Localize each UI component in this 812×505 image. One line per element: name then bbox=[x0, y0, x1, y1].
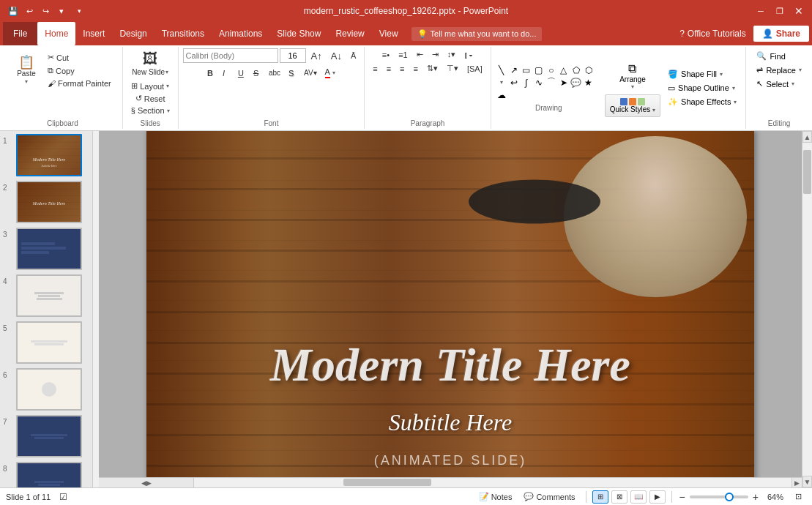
curve-shape[interactable]: ∫ bbox=[521, 77, 532, 89]
slide-thumb-2[interactable]: 2 Modern Title Here bbox=[3, 181, 89, 223]
slide-preview-6[interactable] bbox=[16, 368, 82, 411]
rect-shape[interactable]: ▭ bbox=[521, 64, 532, 76]
column-button[interactable]: ⫿▾ bbox=[461, 49, 477, 61]
slide-thumb-6[interactable]: 6 bbox=[3, 368, 89, 411]
clear-formatting-button[interactable]: Ā bbox=[347, 50, 360, 61]
format-painter-button[interactable]: 🖌 Format Painter bbox=[44, 78, 115, 89]
slide-preview-5[interactable] bbox=[16, 321, 82, 364]
align-center-button[interactable]: ≡ bbox=[383, 63, 395, 75]
zoom-in-button[interactable]: + bbox=[751, 491, 760, 503]
text-align-button[interactable]: ⊤▾ bbox=[443, 62, 462, 75]
share-button[interactable]: 👤 Share bbox=[753, 26, 809, 42]
accessibility-button[interactable]: ☑ bbox=[56, 490, 70, 504]
reset-button[interactable]: ↺ Reset bbox=[132, 92, 169, 105]
strikethrough-button[interactable]: S bbox=[250, 67, 264, 79]
font-color-button[interactable]: A ▾ bbox=[321, 66, 339, 80]
slide-preview-7[interactable] bbox=[16, 415, 82, 457]
cut-button[interactable]: ✂ Cut bbox=[44, 51, 115, 64]
restore-button[interactable]: ❐ bbox=[772, 4, 787, 18]
font-name-input[interactable] bbox=[183, 48, 278, 63]
slide-preview-2[interactable]: Modern Title Here bbox=[16, 181, 82, 223]
tell-me-box[interactable]: 💡 Tell me what you want to do... bbox=[411, 27, 543, 41]
bullet-list-button[interactable]: ≡• bbox=[379, 49, 393, 61]
menu-transitions[interactable]: Transitions bbox=[154, 22, 212, 45]
menu-review[interactable]: Review bbox=[328, 22, 371, 45]
shadow-button[interactable]: S bbox=[285, 67, 299, 79]
hexagon-shape[interactable]: ⬡ bbox=[583, 64, 595, 76]
slide-canvas[interactable]: Modern Title Here Subtitle Here (ANIMATE… bbox=[146, 131, 754, 477]
justify-button[interactable]: ≡ bbox=[410, 63, 422, 75]
fit-slide-button[interactable]: ⊡ bbox=[791, 490, 806, 503]
increase-indent-button[interactable]: ⇥ bbox=[428, 48, 442, 61]
align-left-button[interactable]: ≡ bbox=[369, 63, 381, 75]
numbered-list-button[interactable]: ≡1 bbox=[395, 49, 411, 61]
text-direction-button[interactable]: ⇅▾ bbox=[423, 62, 442, 75]
cloud-shape[interactable]: ☁ bbox=[496, 89, 507, 101]
zoom-slider[interactable] bbox=[690, 495, 748, 498]
shape-outline-button[interactable]: ▭ Shape Outline ▾ bbox=[663, 82, 741, 94]
callout-shape[interactable]: 💬 bbox=[570, 77, 582, 89]
slide-thumb-1[interactable]: 1 Modern Title Here Subtitle Here bbox=[3, 134, 89, 176]
italic-button[interactable]: I bbox=[219, 67, 234, 79]
notes-button[interactable]: 📝 Notes bbox=[474, 490, 517, 503]
font-size-input[interactable] bbox=[280, 48, 306, 63]
slide-panel-scroll-left[interactable]: ◀ ▶ bbox=[99, 478, 194, 487]
zoom-thumb[interactable] bbox=[725, 493, 734, 501]
arrange-button[interactable]: ⧉ Arrange ▾ bbox=[605, 59, 660, 93]
replace-button[interactable]: ⇌ Replace ▾ bbox=[752, 64, 805, 76]
h-scroll-right-button[interactable]: ▶ bbox=[791, 478, 802, 487]
v-scroll-track[interactable] bbox=[802, 143, 812, 476]
slide-preview-4[interactable] bbox=[16, 274, 82, 317]
zoom-level-button[interactable]: 64% bbox=[763, 491, 788, 503]
menu-insert[interactable]: Insert bbox=[75, 22, 112, 45]
slide-thumb-7[interactable]: 7 bbox=[3, 415, 89, 457]
slide-sorter-button[interactable]: ⊠ bbox=[611, 490, 627, 504]
v-scroll-thumb[interactable] bbox=[803, 150, 811, 194]
zoom-out-button[interactable]: − bbox=[678, 491, 687, 503]
close-button[interactable]: ✕ bbox=[791, 4, 806, 18]
bold-button[interactable]: B bbox=[204, 67, 218, 79]
connector-shape[interactable]: ⌒ bbox=[545, 77, 557, 89]
slide-preview-8[interactable] bbox=[16, 462, 82, 487]
comments-button[interactable]: 💬 Comments bbox=[519, 490, 579, 503]
h-scroll-track[interactable] bbox=[194, 478, 791, 487]
reading-view-button[interactable]: 📖 bbox=[630, 490, 647, 504]
align-right-button[interactable]: ≡ bbox=[396, 63, 408, 75]
menu-design[interactable]: Design bbox=[112, 22, 154, 45]
menu-slideshow[interactable]: Slide Show bbox=[269, 22, 328, 45]
character-spacing-button[interactable]: AV▾ bbox=[300, 67, 321, 78]
arrow-shape[interactable]: ↗ bbox=[508, 64, 520, 76]
triangle-shape[interactable]: △ bbox=[558, 64, 570, 76]
v-scroll-up-button[interactable]: ▲ bbox=[802, 131, 812, 143]
office-tutorials-button[interactable]: ? Office Tutorials bbox=[672, 26, 753, 42]
freeform-shape[interactable]: ∿ bbox=[533, 77, 545, 89]
menu-animations[interactable]: Animations bbox=[212, 22, 269, 45]
menu-file[interactable]: File bbox=[3, 22, 37, 45]
round-rect-shape[interactable]: ▢ bbox=[533, 64, 545, 76]
increase-font-button[interactable]: A↑ bbox=[308, 49, 326, 63]
customize-dropdown-button[interactable]: ▾ bbox=[72, 4, 86, 18]
shape-effects-button[interactable]: ✨ Shape Effects ▾ bbox=[663, 96, 741, 108]
line-spacing-button[interactable]: ↕▾ bbox=[444, 48, 460, 61]
v-scroll-down-button[interactable]: ▼ bbox=[802, 476, 812, 487]
find-button[interactable]: 🔍 Find bbox=[752, 50, 805, 62]
pentagon-shape[interactable]: ⬠ bbox=[570, 64, 582, 76]
minimize-button[interactable]: ─ bbox=[753, 4, 768, 18]
customize-qat-button[interactable]: ▾ bbox=[54, 4, 69, 18]
underline-button[interactable]: U bbox=[234, 67, 249, 79]
block-arrow[interactable]: ➤ bbox=[558, 77, 570, 89]
slide-thumb-8[interactable]: 8 bbox=[3, 462, 89, 487]
oval-shape[interactable]: ○ bbox=[545, 64, 557, 76]
new-slide-button[interactable]: 🖼 New Slide ▾ bbox=[128, 48, 172, 78]
quick-styles-button[interactable]: Quick Styles ▾ bbox=[605, 94, 660, 117]
normal-view-button[interactable]: ⊞ bbox=[592, 490, 608, 504]
save-button[interactable]: 💾 bbox=[6, 4, 21, 18]
line-shape[interactable]: ╲ bbox=[496, 64, 507, 76]
select-button[interactable]: ↖ Select ▾ bbox=[752, 78, 805, 90]
slide-preview-3[interactable] bbox=[16, 228, 82, 270]
paste-button[interactable]: 📋 Paste ▾ bbox=[10, 53, 42, 87]
smartart-button[interactable]: [SA] bbox=[463, 63, 486, 75]
smallcaps-button[interactable]: abc bbox=[265, 67, 284, 78]
shapes-more[interactable]: ▾ bbox=[496, 77, 507, 89]
copy-button[interactable]: ⧉ Copy bbox=[44, 64, 115, 77]
